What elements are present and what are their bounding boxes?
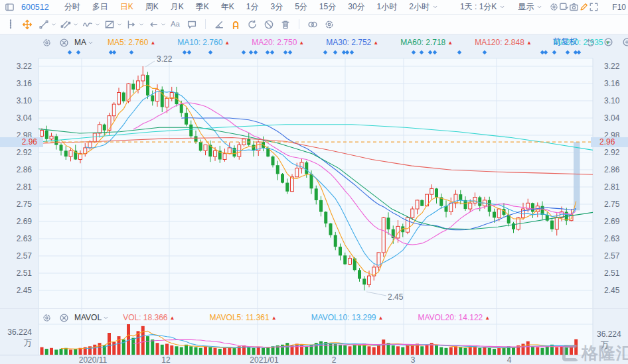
chevron-down-icon (138, 21, 145, 28)
zoom-in-icon[interactable] (620, 35, 628, 48)
rings-icon[interactable] (305, 17, 321, 32)
period-tab[interactable]: 5分 (289, 1, 313, 13)
triangle-up-icon: ▲ (299, 40, 304, 46)
triangle-up-icon: ▲ (378, 315, 383, 321)
period-tab[interactable]: 3分 (264, 1, 289, 13)
custom-period-select[interactable]: 1天 : 1分K (454, 1, 512, 13)
extend-right-icon[interactable] (123, 17, 139, 32)
drawing-toolbar: Aa (0, 15, 628, 34)
period-tab[interactable]: 1分 (240, 1, 265, 13)
x-axis-label: 2021/01 (238, 355, 291, 364)
triangle-up-icon: ▲ (150, 40, 155, 46)
chart-right-controls: 前复权 (553, 35, 628, 48)
period-tab[interactable]: 2小时 (403, 1, 445, 13)
mavol-value: VOL: 18.366▲ (123, 313, 175, 322)
bubble-icon[interactable] (184, 17, 200, 32)
symbol-code[interactable]: 600512 (21, 3, 49, 12)
trend-line-icon[interactable] (36, 17, 52, 32)
period-tab[interactable]: 周K (139, 1, 165, 13)
y-axis-label: 3.10 (0, 96, 38, 105)
x-axis-label: 2020/11 (66, 355, 119, 364)
y-axis-label: 2.51 (0, 269, 38, 278)
chevron-down-icon (536, 3, 543, 11)
y-axis-label: 2.75 (595, 200, 628, 209)
x-axis-label: 4 (483, 355, 536, 364)
stock-chart-app: MA MA5: 2.760▲MA10: 2.760▲MA20: 2.750▲MA… (0, 0, 628, 364)
y-axis-label: 2.75 (0, 200, 38, 209)
mavol-indicator-select[interactable]: MAVOL (74, 313, 110, 322)
y-axis-label: 2.86 (0, 165, 38, 174)
period-tab[interactable]: 季K (190, 1, 215, 13)
triangle-up-icon: ▲ (170, 315, 175, 321)
toolbar-divider (299, 19, 299, 29)
trash-icon[interactable] (277, 17, 293, 32)
fullscreen-icon[interactable] (589, 1, 599, 14)
volume-scale-max-right: 36.224 (597, 330, 621, 339)
y-axis-label: 2.86 (595, 165, 628, 174)
mavol-close-icon[interactable] (57, 311, 70, 324)
y-axis-label: 3.04 (595, 113, 628, 123)
f10-button[interactable]: F10 (608, 3, 628, 12)
layout-select-icon[interactable] (559, 1, 569, 14)
camera-icon[interactable] (569, 1, 579, 14)
magnet-icon[interactable] (228, 17, 244, 32)
y-axis-label: 3.16 (595, 79, 628, 88)
ma-close-icon[interactable] (57, 36, 70, 49)
display-menu[interactable]: 显示 (512, 1, 549, 13)
y-axis-label: 2.69 (595, 217, 628, 226)
ma-value: MA20: 2.750▲ (252, 38, 304, 47)
period-tab[interactable]: 30分 (342, 1, 370, 13)
ma-indicator-select[interactable]: MA (74, 38, 94, 47)
prohibit-icon[interactable] (261, 17, 277, 32)
wave-icon[interactable] (80, 17, 96, 32)
period-tab[interactable]: 月K (165, 1, 190, 13)
ma-value: MA10: 2.760▲ (177, 38, 230, 47)
move-cross-icon[interactable] (19, 17, 35, 32)
period-tab[interactable]: 年K (215, 1, 240, 13)
chevron-down-icon (87, 39, 94, 46)
y-axis-label: 2.57 (595, 251, 628, 261)
x-axis-label: 12 (139, 355, 193, 364)
watermark-logo-icon (562, 345, 579, 361)
y-axis-label: 3.16 (0, 79, 38, 88)
angle-icon[interactable] (211, 17, 227, 32)
period-tab[interactable]: 多日 (86, 1, 114, 13)
settings-gear-icon[interactable] (549, 1, 559, 14)
window-icon[interactable] (5, 1, 15, 14)
drag-handle-icon (3, 17, 19, 32)
chevron-down-icon (499, 3, 506, 11)
high-price-annotation: 3.22 (157, 54, 172, 64)
zoom-out-icon[interactable] (601, 35, 615, 48)
period-tab[interactable]: 1小时 (371, 1, 404, 13)
period-tab[interactable]: 15分 (313, 1, 342, 13)
triangle-up-icon: ▲ (447, 40, 453, 46)
mavol-settings-gear-icon[interactable] (40, 311, 53, 324)
adjust-mode-button[interactable]: 前复权 (553, 36, 578, 48)
y-axis-label: 2.45 (0, 286, 38, 295)
period-tab[interactable]: 分时 (58, 1, 86, 13)
y-axis-label: 3.10 (595, 96, 628, 105)
ma-value: MA120: 2.848▲ (475, 38, 532, 47)
ma-settings-gear-icon[interactable] (40, 36, 53, 49)
ma-value: MA60: 2.718▲ (400, 38, 453, 47)
triangle-up-icon: ▲ (224, 40, 230, 46)
y-axis-label: 2.92 (0, 148, 38, 157)
refresh-icon[interactable] (244, 17, 260, 32)
undo-icon[interactable] (583, 35, 596, 48)
chevron-down-icon (160, 21, 167, 28)
low-price-annotation: 2.45 (388, 292, 403, 302)
triangle-up-icon: ▲ (373, 40, 378, 46)
pattern-icon[interactable] (102, 17, 118, 32)
volume-scale-max-left: 36.224 (0, 328, 32, 337)
mavol-value: MAVOL5: 11.361▲ (209, 313, 276, 322)
text-icon[interactable]: Aa (167, 17, 183, 32)
watermark-text: 格隆汇 (582, 342, 628, 364)
arrow-left-icon[interactable] (145, 17, 161, 32)
event-markers[interactable] (68, 50, 582, 55)
gear-icon[interactable] (321, 17, 337, 32)
current-price-label-left: 2.96 (0, 137, 43, 147)
y-axis-label: 2.69 (0, 217, 38, 226)
channel-icon[interactable] (58, 17, 74, 32)
period-tab[interactable]: 日K (114, 1, 139, 13)
pencil-icon[interactable] (579, 1, 589, 14)
